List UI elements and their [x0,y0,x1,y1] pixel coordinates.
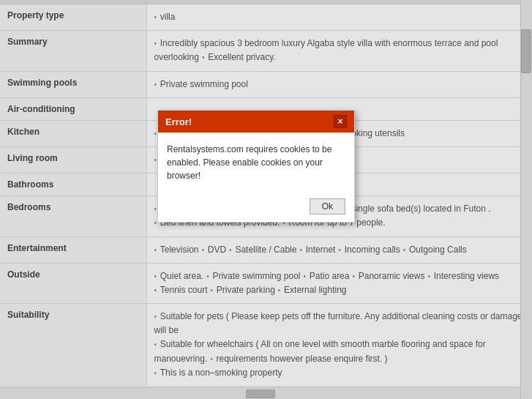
modal-overlay: Error! × Rentalsystems.com requires cook… [0,0,532,399]
modal-body: Rentalsystems.com requires cookies to be… [158,133,354,193]
modal-body-line1: Rentalsystems.com requires cookies to be [167,144,331,154]
ok-button[interactable]: Ok [310,198,345,215]
main-container: Property type• villaSummary• Incredibly … [0,0,532,399]
modal-close-button[interactable]: × [334,115,347,128]
error-modal: Error! × Rentalsystems.com requires cook… [157,110,355,223]
modal-header: Error! × [158,111,354,133]
modal-title: Error! [165,116,192,127]
modal-footer: Ok [158,193,354,222]
modal-body-line2: enabled. Please enable cookies on your b… [167,157,323,181]
